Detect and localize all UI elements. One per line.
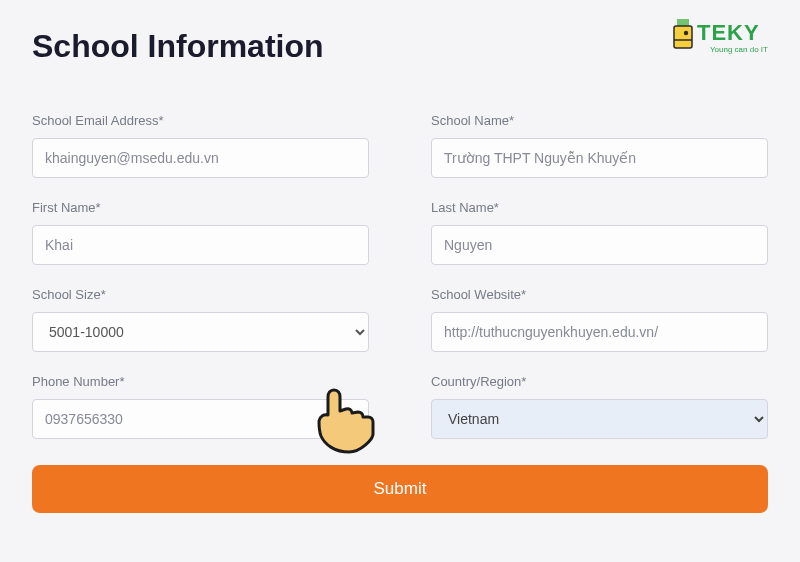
- school-size-label: School Size*: [32, 287, 369, 302]
- svg-text:TEKY: TEKY: [697, 20, 760, 45]
- svg-rect-1: [674, 26, 692, 48]
- svg-rect-0: [677, 19, 689, 26]
- school-email-field: School Email Address*: [32, 113, 369, 178]
- country-select[interactable]: Vietnam: [431, 399, 768, 439]
- first-name-label: First Name*: [32, 200, 369, 215]
- school-website-field: School Website*: [431, 287, 768, 352]
- last-name-label: Last Name*: [431, 200, 768, 215]
- svg-point-2: [684, 31, 688, 35]
- last-name-field: Last Name*: [431, 200, 768, 265]
- school-name-field: School Name*: [431, 113, 768, 178]
- teky-logo: TEKY Young can do IT: [672, 10, 782, 62]
- school-info-form: School Email Address* School Name* First…: [32, 113, 768, 439]
- last-name-input[interactable]: [431, 225, 768, 265]
- phone-field: Phone Number*: [32, 374, 369, 439]
- svg-text:Young can do IT: Young can do IT: [710, 45, 768, 54]
- country-field: Country/Region* Vietnam: [431, 374, 768, 439]
- school-name-label: School Name*: [431, 113, 768, 128]
- phone-label: Phone Number*: [32, 374, 369, 389]
- school-name-input[interactable]: [431, 138, 768, 178]
- school-email-input[interactable]: [32, 138, 369, 178]
- school-size-field: School Size* 5001-10000: [32, 287, 369, 352]
- school-size-select[interactable]: 5001-10000: [32, 312, 369, 352]
- country-label: Country/Region*: [431, 374, 768, 389]
- submit-button[interactable]: Submit: [32, 465, 768, 513]
- first-name-field: First Name*: [32, 200, 369, 265]
- school-email-label: School Email Address*: [32, 113, 369, 128]
- page-title: School Information: [32, 28, 324, 65]
- school-website-label: School Website*: [431, 287, 768, 302]
- school-website-input[interactable]: [431, 312, 768, 352]
- phone-input[interactable]: [32, 399, 369, 439]
- first-name-input[interactable]: [32, 225, 369, 265]
